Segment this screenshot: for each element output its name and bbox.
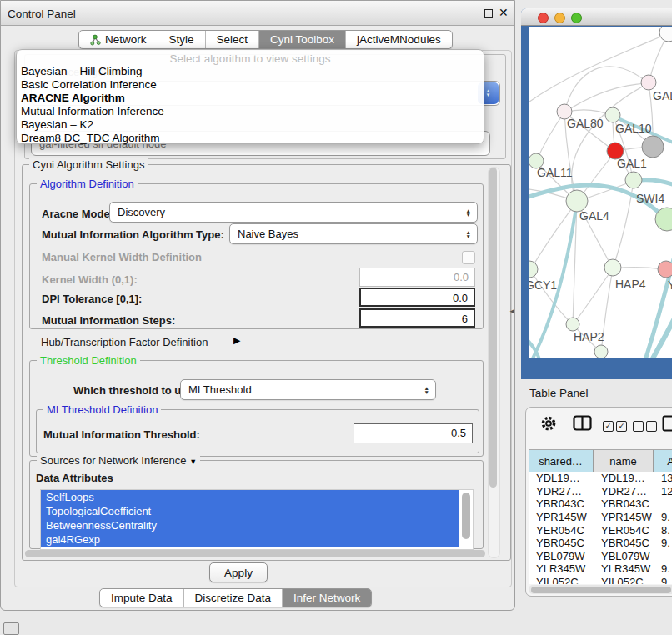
divider-collapse-icon[interactable]: ◄ <box>509 308 515 315</box>
mi-threshold-field[interactable]: 0.5 <box>354 423 473 443</box>
expand-arrow-icon[interactable]: ▶ <box>233 335 240 346</box>
tab-style[interactable]: Style <box>158 31 206 48</box>
settings-vscrollbar-thumb[interactable] <box>489 168 497 488</box>
bottom-tabs: Impute Data Discretize Data Infer Networ… <box>99 588 372 608</box>
network-edge[interactable] <box>645 242 672 358</box>
network-node-label: HAP4 <box>615 278 646 291</box>
table-hscrollbar-track[interactable] <box>529 585 672 594</box>
data-attributes-listbox[interactable]: SelfLoopsTopologicalCoefficientBetweenne… <box>40 489 474 550</box>
tab-label: Network <box>105 33 147 46</box>
network-node[interactable] <box>604 259 621 276</box>
collapse-arrow-icon[interactable]: ▼ <box>189 458 197 466</box>
stepper-arrows-icon: ▲▼ <box>424 386 429 394</box>
mi-steps-label: Mutual Information Steps: <box>42 314 175 327</box>
table-cell: 13 <box>654 472 672 484</box>
apply-button[interactable]: Apply <box>209 562 268 582</box>
close-icon[interactable]: ✕ <box>499 6 509 19</box>
tab-discretize-data[interactable]: Discretize Data <box>184 589 283 607</box>
data-attribute-item[interactable]: TopologicalCoefficient <box>41 504 459 518</box>
network-node[interactable] <box>659 27 672 42</box>
network-node[interactable] <box>642 136 664 158</box>
network-window-titlebar[interactable] <box>521 8 672 26</box>
settings-hscrollbar-thumb[interactable] <box>25 550 485 558</box>
table-row[interactable]: YBR043CYBR043C <box>529 498 672 511</box>
stepper-arrows-icon: ▲▼ <box>466 208 471 217</box>
data-attribute-item[interactable]: SelfLoops <box>41 490 459 504</box>
table-row[interactable]: YDL19…YDL19…13 <box>529 472 672 485</box>
algorithm-popup: Select algorithm to view settings Bayesi… <box>16 49 484 144</box>
network-canvas[interactable]: GALGAL80GAL10GAL1GAL11GAL4SWI4GCY1HAP4YH… <box>529 27 672 358</box>
select-all-columns-icon[interactable]: ✓✓ <box>603 418 629 433</box>
unselect-all-columns-icon[interactable] <box>633 418 659 433</box>
column-header-average[interactable]: Avera… <box>654 450 672 472</box>
network-node[interactable] <box>625 172 642 188</box>
network-edge[interactable] <box>564 83 649 112</box>
dpi-tolerance-field[interactable]: 0.0 <box>359 288 475 307</box>
tab-cyni-toolbox[interactable]: Cyni Toolbox <box>259 31 346 48</box>
algorithm-option[interactable]: Dream8 DC_TDC Algorithm <box>17 132 484 145</box>
algorithm-popup-list: Bayesian – Hill ClimbingBasic Correlatio… <box>17 65 484 145</box>
data-attribute-item[interactable]: gal4RGexp <box>41 532 459 547</box>
sources-title: Sources for Network Inference ▼ <box>37 454 200 467</box>
which-threshold-combobox[interactable]: MI Threshold ▲▼ <box>180 379 436 400</box>
tab-network[interactable]: Network <box>79 31 158 48</box>
split-columns-icon[interactable] <box>573 415 593 435</box>
table-row[interactable]: YDR27…YDR27…12 <box>529 485 672 498</box>
table-cell: YLR345W <box>594 562 654 575</box>
checked-box-icon: ✓ <box>616 421 627 432</box>
column-header-shared-name[interactable]: shared… <box>529 450 594 472</box>
network-node[interactable] <box>641 75 656 90</box>
algorithm-option[interactable]: ARACNE Algorithm <box>17 92 484 105</box>
export-table-icon[interactable] <box>662 415 672 436</box>
network-edge[interactable] <box>529 33 669 106</box>
table-cell: YIL052C <box>594 576 654 584</box>
table-row[interactable]: YIL052CYIL052C9 <box>529 576 672 584</box>
control-panel-titlebar[interactable]: Control Panel ✕ <box>1 1 514 26</box>
algorithm-option[interactable]: Basic Correlation Inference <box>17 78 484 92</box>
table-cell: YPR145W <box>594 511 654 523</box>
column-header-name[interactable]: name <box>594 450 654 472</box>
mi-threshold-group: MI Threshold Definition Mutual Informati… <box>36 409 479 453</box>
network-node[interactable] <box>658 261 672 278</box>
algorithm-option[interactable]: Mutual Information Inference <box>17 105 484 118</box>
table-cell: YBR043C <box>529 498 594 510</box>
mi-threshold-group-title: MI Threshold Definition <box>43 403 161 416</box>
tab-jactivemnodules[interactable]: jActiveMNodules <box>346 31 452 48</box>
table-row[interactable]: YBL079WYBL079W <box>529 550 672 563</box>
mi-steps-field[interactable]: 6 <box>359 308 475 328</box>
network-node[interactable] <box>605 108 620 122</box>
list-vscrollbar-thumb[interactable] <box>462 492 470 539</box>
close-traffic-light-icon[interactable] <box>538 12 549 23</box>
zoom-traffic-light-icon[interactable] <box>571 12 582 23</box>
table-hscrollbar-thumb[interactable] <box>531 587 671 593</box>
minimize-traffic-light-icon[interactable] <box>554 12 565 23</box>
algorithm-option[interactable]: Bayesian – Hill Climbing <box>17 65 484 78</box>
mi-threshold-label: Mutual Information Threshold: <box>43 428 200 441</box>
tab-impute-data[interactable]: Impute Data <box>100 589 184 607</box>
tab-infer-network[interactable]: Infer Network <box>283 589 371 607</box>
network-edge[interactable] <box>573 268 613 325</box>
control-panel-tabs: Network Style Select Cyni Toolbox jActiv… <box>78 30 453 49</box>
kernel-width-field[interactable]: 0.0 <box>359 268 475 287</box>
network-node[interactable] <box>529 261 538 278</box>
float-window-icon[interactable] <box>484 9 493 18</box>
collapsed-panel-icon[interactable] <box>3 622 19 635</box>
network-node[interactable] <box>566 318 579 331</box>
table-row[interactable]: YLR345WYLR345W9. <box>529 562 672 576</box>
data-attribute-item[interactable]: BetweennessCentrality <box>41 518 459 532</box>
gear-icon[interactable] <box>539 414 558 436</box>
network-node[interactable] <box>594 345 608 358</box>
table-row[interactable]: YBR045CYBR045C9. <box>529 537 672 550</box>
table-row[interactable]: YPR145WYPR145W9. <box>529 511 672 524</box>
algorithm-option[interactable]: Bayesian – K2 <box>17 118 484 132</box>
tab-select[interactable]: Select <box>206 31 260 48</box>
mi-type-combobox[interactable]: Naive Bayes ▲▼ <box>229 223 478 244</box>
manual-kernel-checkbox[interactable] <box>462 251 475 264</box>
mi-type-value: Naive Bayes <box>238 228 298 240</box>
table-cell: 9. <box>654 511 672 523</box>
table-row[interactable]: YER054CYER054C8. <box>529 523 672 537</box>
unchecked-box-icon <box>633 421 644 432</box>
aracne-mode-combobox[interactable]: Discovery ▲▼ <box>109 202 478 222</box>
settings-vscrollbar-track[interactable] <box>488 167 500 558</box>
network-view-window: GALGAL80GAL10GAL1GAL11GAL4SWI4GCY1HAP4YH… <box>521 8 672 379</box>
